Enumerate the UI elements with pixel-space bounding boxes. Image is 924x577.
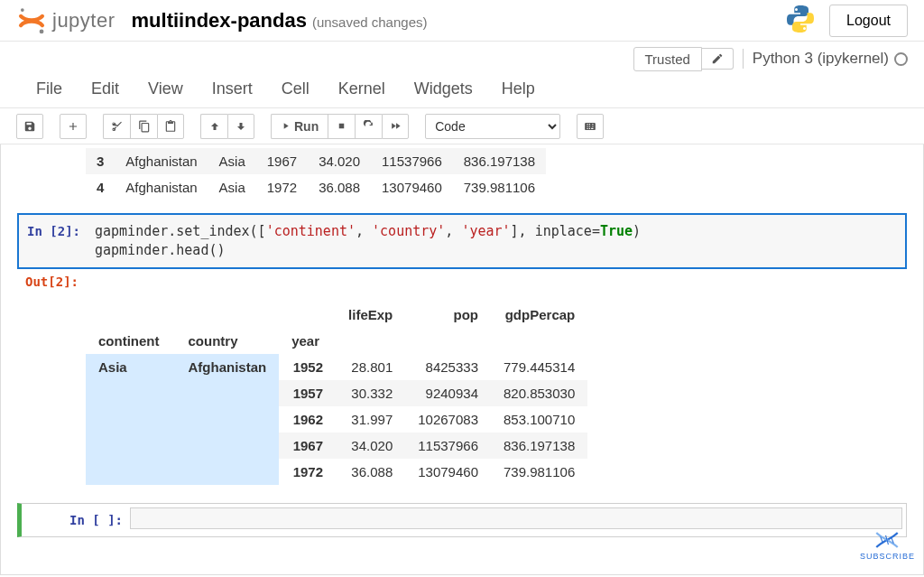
arrow-down-icon [236,121,246,132]
arrow-up-icon [209,121,220,132]
keyboard-icon [584,120,596,133]
command-palette-button[interactable] [577,114,604,139]
out-prompt: Out[2]: [17,269,86,294]
svg-rect-2 [339,124,345,129]
subscribe-label: SUBSCRIBE [860,552,915,561]
country-cell: Afghanistan [176,354,280,485]
move-up-button[interactable] [200,114,227,139]
empty-code-cell[interactable]: In [ ]: [17,503,907,537]
cell-type-select[interactable]: Code [425,114,560,139]
paste-icon [164,120,177,133]
table-row: Asia Afghanistan 1952 28.801 8425333 779… [86,354,587,380]
trusted-badge[interactable]: Trusted [633,47,702,71]
empty-code-area[interactable] [130,507,902,529]
jupyter-icon [16,5,47,36]
refresh-icon [363,120,374,132]
copy-button[interactable] [130,114,157,139]
index-name-continent: continent [86,328,176,354]
jupyter-logo[interactable]: jupyter [16,5,116,36]
kernel-status-icon [894,52,908,66]
fast-forward-icon [390,120,402,132]
notebook-title[interactable]: multiindex-pandas [132,9,307,33]
col-lifeexp: lifeExp [336,302,405,328]
col-pop: pop [405,302,491,328]
run-label: Run [294,119,319,134]
divider [743,49,744,69]
in-prompt: In [2]: [19,219,88,264]
save-icon [23,120,36,133]
kernel-row: Trusted Python 3 (ipykernel) [0,42,924,70]
copy-icon [138,120,151,133]
svg-point-0 [21,8,24,12]
move-down-button[interactable] [227,114,254,139]
multiindex-output-table: lifeExp pop gdpPercap continent country … [86,302,907,485]
toolbar: Run Code [0,108,924,144]
menu-edit[interactable]: Edit [91,79,119,98]
plus-icon [67,120,79,133]
col-gdp: gdpPercap [491,302,587,328]
jupyter-brand-text: jupyter [52,9,116,33]
menu-kernel[interactable]: Kernel [338,79,385,98]
output-label-row: Out[2]: [17,269,907,294]
header-bar: jupyter multiindex-pandas (unsaved chang… [0,0,924,42]
svg-point-1 [40,29,44,33]
save-button[interactable] [16,114,43,139]
in-prompt-empty: In [ ]: [22,504,130,536]
play-icon [281,121,291,131]
pencil-icon [711,52,724,65]
code-cell-2[interactable]: In [2]: gapminder.set_index(['continent'… [17,213,907,269]
kernel-name[interactable]: Python 3 (ipykernel) [753,50,889,68]
paste-button[interactable] [157,114,184,139]
menu-help[interactable]: Help [502,79,535,98]
subscribe-badge[interactable]: SUBSCRIBE [860,530,915,561]
index-name-year: year [279,328,336,354]
table-row: 4 Afghanistan Asia 1972 36.088 13079460 … [86,174,546,200]
dna-icon [873,530,901,550]
interrupt-button[interactable] [328,114,355,139]
stop-icon [337,121,346,131]
cut-button[interactable] [103,114,130,139]
restart-run-all-button[interactable] [382,114,409,139]
edit-trusted-button[interactable] [702,48,734,70]
menu-view[interactable]: View [148,79,183,98]
unsaved-label: (unsaved changes) [312,14,428,30]
menu-widgets[interactable]: Widgets [414,79,473,98]
menu-insert[interactable]: Insert [212,79,253,98]
continent-cell: Asia [86,354,176,485]
notebook-container[interactable]: 3 Afghanistan Asia 1967 34.020 11537966 … [0,144,924,575]
logout-button[interactable]: Logout [829,5,908,37]
prior-output-table: 3 Afghanistan Asia 1967 34.020 11537966 … [86,148,907,200]
code-content[interactable]: gapminder.set_index(['continent', 'count… [95,222,898,260]
table-row: 3 Afghanistan Asia 1967 34.020 11537966 … [86,148,546,174]
menu-file[interactable]: File [36,79,62,98]
menu-cell[interactable]: Cell [282,79,310,98]
python-icon [784,3,817,38]
add-cell-button[interactable] [60,114,87,139]
run-button[interactable]: Run [271,114,328,139]
cut-icon [111,120,124,133]
restart-button[interactable] [355,114,382,139]
menu-bar: File Edit View Insert Cell Kernel Widget… [0,70,924,108]
index-name-country: country [176,328,280,354]
